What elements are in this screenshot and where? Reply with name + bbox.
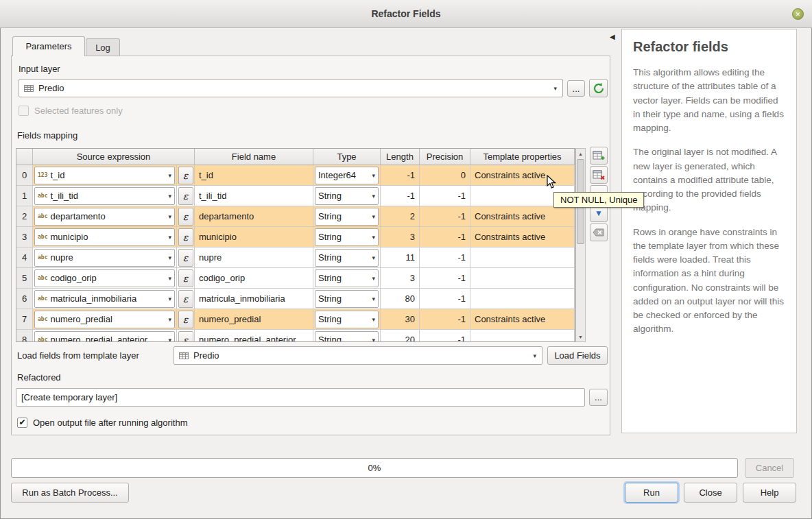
- length-cell[interactable]: 3: [381, 268, 420, 289]
- type-combo[interactable]: String ▾: [315, 331, 379, 343]
- help-button[interactable]: Help: [743, 483, 796, 503]
- source-expression-combo[interactable]: abc codigo_orip ▾: [34, 269, 175, 287]
- header-length[interactable]: Length: [381, 149, 420, 165]
- type-combo[interactable]: String ▾: [315, 269, 379, 287]
- expression-builder-button[interactable]: ε: [178, 208, 193, 226]
- type-combo[interactable]: String ▾: [315, 249, 379, 267]
- type-combo[interactable]: String ▾: [315, 311, 379, 328]
- table-vertical-scrollbar[interactable]: ▲ ▼: [575, 148, 586, 342]
- field-name-cell[interactable]: t_ili_tid: [195, 186, 313, 206]
- field-datatype-badge: abc: [38, 234, 47, 240]
- input-layer-combo[interactable]: Predio ▾: [19, 79, 563, 97]
- reset-fields-button[interactable]: [590, 224, 608, 241]
- load-fields-button[interactable]: Load Fields: [547, 346, 608, 365]
- source-expression-cell: abc departamento ▾: [33, 206, 177, 227]
- precision-cell[interactable]: -1: [420, 248, 470, 268]
- row-number[interactable]: 8: [16, 330, 33, 342]
- refactored-browse-button[interactable]: ...: [589, 389, 608, 406]
- open-output-checkbox[interactable]: ✔: [17, 418, 27, 428]
- row-number[interactable]: 3: [16, 227, 33, 248]
- fields-mapping-table: Source expression Field name Type Length…: [16, 148, 575, 342]
- length-cell[interactable]: -1: [381, 165, 420, 186]
- field-name-cell[interactable]: numero_predial: [195, 309, 313, 330]
- cancel-button[interactable]: Cancel: [745, 458, 794, 478]
- field-name-cell[interactable]: nupre: [195, 248, 313, 268]
- row-number[interactable]: 2: [16, 206, 33, 227]
- field-name-cell[interactable]: departamento: [195, 206, 313, 227]
- header-field-name[interactable]: Field name: [195, 149, 313, 165]
- field-name-cell[interactable]: t_id: [195, 165, 313, 186]
- scroll-up-arrow-icon[interactable]: ▲: [576, 149, 585, 158]
- source-expression-combo[interactable]: abc numero_predial ▾: [34, 311, 175, 328]
- iterate-button[interactable]: [589, 79, 608, 97]
- scroll-down-arrow-icon[interactable]: ▼: [576, 332, 585, 341]
- expression-builder-button[interactable]: ε: [178, 187, 193, 205]
- header-precision[interactable]: Precision: [420, 149, 470, 165]
- precision-cell[interactable]: 0: [420, 165, 470, 186]
- refactored-output-input[interactable]: [Create temporary layer]: [16, 388, 585, 407]
- type-combo[interactable]: String ▾: [315, 187, 379, 205]
- row-number[interactable]: 5: [16, 268, 33, 289]
- row-number[interactable]: 7: [16, 309, 33, 330]
- row-number[interactable]: 4: [16, 248, 33, 268]
- expression-cell: ε: [177, 248, 195, 268]
- field-name-cell[interactable]: matricula_inmobiliaria: [195, 289, 313, 309]
- run-button[interactable]: Run: [625, 483, 678, 503]
- row-number[interactable]: 1: [16, 186, 33, 206]
- row-number[interactable]: 0: [16, 165, 33, 186]
- source-expression-combo[interactable]: abc numero_predial_anterior ▾: [34, 331, 175, 343]
- collapse-help-arrow[interactable]: ◀: [610, 33, 615, 40]
- length-cell[interactable]: 2: [381, 206, 420, 227]
- expression-builder-button[interactable]: ε: [178, 249, 193, 267]
- source-expression-combo[interactable]: abc nupre ▾: [34, 249, 175, 267]
- length-cell[interactable]: 3: [381, 227, 420, 248]
- length-cell[interactable]: 80: [381, 289, 420, 309]
- precision-cell[interactable]: -1: [420, 289, 470, 309]
- field-name-cell[interactable]: municipio: [195, 227, 313, 248]
- field-name-cell[interactable]: codigo_orip: [195, 268, 313, 289]
- add-field-button[interactable]: [590, 147, 608, 165]
- expression-builder-button[interactable]: ε: [178, 290, 193, 308]
- type-combo[interactable]: Integer64 ▾: [315, 167, 379, 184]
- header-source-expression[interactable]: Source expression: [33, 149, 195, 165]
- header-template-properties[interactable]: Template properties: [470, 149, 575, 165]
- length-cell[interactable]: 30: [381, 309, 420, 330]
- precision-cell[interactable]: -1: [420, 206, 470, 227]
- source-expression-combo[interactable]: abc municipio ▾: [34, 228, 175, 246]
- precision-cell[interactable]: -1: [420, 268, 470, 289]
- delete-field-button[interactable]: [590, 166, 608, 184]
- run-as-batch-button[interactable]: Run as Batch Process...: [11, 483, 129, 503]
- precision-cell[interactable]: -1: [420, 186, 470, 206]
- tab-parameters[interactable]: Parameters: [12, 36, 85, 56]
- source-expression-combo[interactable]: abc t_ili_tid ▾: [34, 187, 175, 205]
- window-close-button[interactable]: ✕: [792, 8, 804, 20]
- length-cell[interactable]: 20: [381, 330, 420, 342]
- title-bar[interactable]: Refactor Fields ✕: [0, 0, 812, 28]
- source-expression-combo[interactable]: abc departamento ▾: [34, 208, 175, 226]
- chevron-down-icon: ▾: [369, 234, 378, 241]
- precision-cell[interactable]: -1: [420, 227, 470, 248]
- length-cell[interactable]: 11: [381, 248, 420, 268]
- precision-cell[interactable]: -1: [420, 330, 470, 342]
- template-layer-combo[interactable]: Predio ▾: [174, 346, 542, 365]
- type-cell: String ▾: [313, 330, 381, 342]
- source-expression-combo[interactable]: 123 t_id ▾: [34, 167, 175, 184]
- tab-log[interactable]: Log: [86, 38, 120, 56]
- type-combo[interactable]: String ▾: [315, 208, 379, 226]
- input-layer-browse-button[interactable]: ...: [567, 80, 585, 97]
- type-combo[interactable]: String ▾: [315, 228, 379, 246]
- type-combo[interactable]: String ▾: [315, 290, 379, 308]
- length-cell[interactable]: -1: [381, 186, 420, 206]
- expression-builder-button[interactable]: ε: [178, 269, 193, 287]
- row-number[interactable]: 6: [16, 289, 33, 309]
- source-expression-combo[interactable]: abc matricula_inmobiliaria ▾: [34, 290, 175, 308]
- expression-builder-button[interactable]: ε: [178, 331, 193, 343]
- expression-builder-button[interactable]: ε: [178, 167, 193, 184]
- header-type[interactable]: Type: [313, 149, 381, 165]
- precision-cell[interactable]: -1: [420, 309, 470, 330]
- close-button[interactable]: Close: [684, 483, 737, 503]
- expression-builder-button[interactable]: ε: [178, 311, 193, 328]
- expression-builder-button[interactable]: ε: [178, 228, 193, 246]
- field-name-cell[interactable]: numero_predial_anterior: [195, 330, 313, 342]
- template-layer-label: Load fields from template layer: [17, 350, 139, 361]
